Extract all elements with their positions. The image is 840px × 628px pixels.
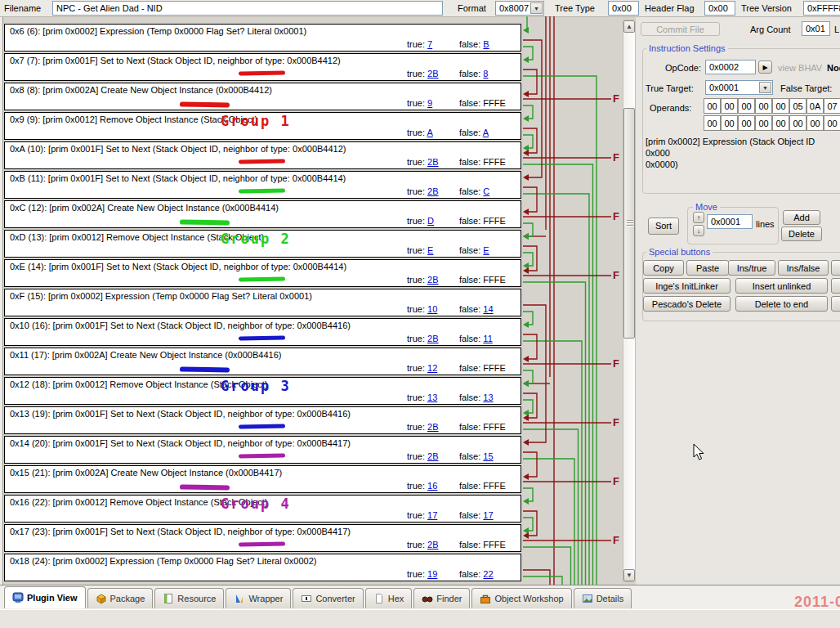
operand-byte-cell[interactable]: 00 bbox=[755, 98, 772, 114]
move-up-button[interactable]: ↑ bbox=[693, 212, 704, 223]
instruction-row[interactable]: 0xB (11): [prim 0x001F] Set to Next (Sta… bbox=[4, 171, 521, 199]
operand-byte-cell[interactable]: 00 bbox=[755, 115, 772, 131]
tab-converter[interactable]: Converter bbox=[293, 588, 363, 608]
target-link[interactable]: 11 bbox=[483, 334, 492, 343]
tab-object-workshop[interactable]: Object Workshop bbox=[471, 588, 571, 608]
special-button-copy[interactable]: Copy bbox=[643, 260, 684, 276]
operand-byte-cell[interactable]: 00 bbox=[721, 115, 738, 131]
instruction-row[interactable]: 0xD (13): [prim 0x0012] Remove Object In… bbox=[4, 230, 521, 258]
add-button[interactable]: Add bbox=[783, 210, 820, 225]
tree-type-input[interactable]: 0x00 bbox=[608, 1, 639, 16]
move-lines-input[interactable]: 0x0001 bbox=[707, 214, 753, 229]
operand-byte-cell[interactable]: 00 bbox=[789, 115, 806, 131]
delete-button[interactable]: Delete bbox=[781, 227, 822, 241]
operand-byte-cell[interactable]: 00 bbox=[772, 115, 789, 131]
tab-plugin-view[interactable]: Plugin View bbox=[4, 586, 86, 608]
operand-byte-cell[interactable]: 00 bbox=[738, 115, 755, 131]
target-link[interactable]: 16 bbox=[427, 481, 437, 491]
target-link[interactable]: 13 bbox=[483, 392, 493, 402]
special-button-ins-false[interactable]: Ins/false bbox=[778, 260, 829, 276]
target-link[interactable]: 7 bbox=[427, 39, 432, 49]
target-link[interactable]: 2B bbox=[427, 186, 438, 196]
target-link[interactable]: 2B bbox=[427, 275, 438, 285]
target-link[interactable]: 2B bbox=[427, 451, 438, 461]
instruction-row[interactable]: 0xC (12): [prim 0x002A] Create New Objec… bbox=[4, 200, 521, 228]
target-link[interactable]: 12 bbox=[427, 363, 437, 373]
tab-hex[interactable]: Hex bbox=[365, 588, 413, 608]
scroll-down-button[interactable]: ▼ bbox=[623, 569, 635, 581]
instruction-list-scrollbar[interactable]: ▲ ▼ bbox=[623, 20, 636, 582]
sort-button[interactable]: Sort bbox=[648, 218, 679, 235]
view-bhav-link[interactable]: view BHAV bbox=[778, 63, 822, 73]
instruction-row[interactable]: 0x7 (7): [prim 0x001F] Set to Next (Stac… bbox=[4, 53, 521, 81]
target-link[interactable]: A bbox=[483, 128, 489, 137]
commit-file-button[interactable]: Commit File bbox=[641, 22, 720, 36]
instruction-row[interactable]: 0x12 (18): [prim 0x0012] Remove Object I… bbox=[4, 377, 521, 405]
special-button-delete-to-end[interactable]: Delete to end bbox=[735, 296, 828, 312]
target-link[interactable]: 2B bbox=[427, 157, 438, 167]
left-splitter[interactable] bbox=[0, 17, 3, 585]
tab-resource[interactable]: Resource bbox=[154, 588, 224, 608]
move-down-button[interactable]: ↓ bbox=[693, 225, 704, 236]
tab-wrapper[interactable]: Wrapper bbox=[226, 588, 291, 608]
operand-byte-cell[interactable]: 05 bbox=[789, 98, 806, 114]
tab-details[interactable]: Details bbox=[574, 588, 632, 608]
chevron-down-icon[interactable]: ▼ bbox=[759, 82, 771, 93]
instruction-row[interactable]: 0x16 (22): [prim 0x0012] Remove Object I… bbox=[4, 495, 521, 523]
target-link[interactable]: 17 bbox=[427, 510, 437, 520]
opcode-input[interactable]: 0x0002 bbox=[705, 60, 756, 74]
target-link[interactable]: 10 bbox=[427, 304, 437, 314]
instruction-row[interactable]: 0xA (10): [prim 0x001F] Set to Next (Sta… bbox=[4, 141, 521, 169]
operand-byte-cell[interactable]: 00 bbox=[806, 115, 824, 131]
target-link[interactable]: 2B bbox=[427, 334, 438, 343]
target-link[interactable]: 15 bbox=[483, 451, 493, 461]
target-link[interactable]: D bbox=[427, 216, 434, 226]
special-button-insert-unlinked[interactable]: Insert unlinked bbox=[735, 278, 828, 294]
tab-package[interactable]: Package bbox=[87, 588, 154, 608]
special-button-paste[interactable]: Paste bbox=[686, 260, 729, 276]
instruction-row[interactable]: 0x13 (19): [prim 0x001F] Set to Next (St… bbox=[4, 406, 521, 434]
filename-input[interactable]: NPC - Get Alien Dad - NID bbox=[52, 1, 443, 16]
instruction-row[interactable]: 0x17 (23): [prim 0x001F] Set to Next (St… bbox=[4, 524, 521, 552]
opcode-browse-button[interactable]: ▶ bbox=[758, 61, 772, 74]
instruction-row[interactable]: 0x15 (21): [prim 0x002A] Create New Obje… bbox=[4, 465, 521, 493]
scrollbar-thumb[interactable] bbox=[623, 108, 635, 339]
target-link[interactable]: E bbox=[483, 245, 489, 255]
target-link[interactable]: C bbox=[483, 186, 489, 196]
target-link[interactable]: 19 bbox=[427, 569, 437, 579]
target-link[interactable]: 2B bbox=[427, 540, 438, 550]
tab-finder[interactable]: Finder bbox=[413, 588, 470, 608]
special-button-clipped[interactable] bbox=[831, 296, 840, 312]
operand-byte-cell[interactable]: 07 bbox=[824, 98, 840, 114]
instruction-row[interactable]: 0xE (14): [prim 0x001F] Set to Next (Sta… bbox=[4, 259, 521, 287]
target-link[interactable]: 2B bbox=[427, 69, 438, 78]
target-link[interactable]: 17 bbox=[483, 510, 493, 520]
instruction-row[interactable]: 0x6 (6): [prim 0x0002] Expression (Temp … bbox=[4, 24, 521, 52]
scroll-up-button[interactable]: ▲ bbox=[623, 20, 635, 33]
operand-byte-cell[interactable]: 00 bbox=[721, 98, 738, 114]
operand-byte-cell[interactable]: 00 bbox=[772, 98, 789, 114]
target-link[interactable]: B bbox=[483, 39, 489, 49]
instruction-row[interactable]: 0x10 (16): [prim 0x001F] Set to Next (St… bbox=[4, 318, 521, 346]
special-button-pescado-s-delete[interactable]: Pescado's Delete bbox=[643, 296, 731, 312]
header-flag-input[interactable]: 0x00 bbox=[704, 1, 735, 16]
special-button-inge-s-initlinker[interactable]: Inge's InitLinker bbox=[643, 278, 731, 294]
target-link[interactable]: 13 bbox=[427, 392, 437, 402]
operand-byte-cell[interactable]: 00 bbox=[704, 98, 721, 114]
operand-byte-cell[interactable]: 00 bbox=[704, 115, 721, 131]
instruction-row[interactable]: 0x18 (24): [prim 0x0002] Expression (Tem… bbox=[4, 554, 521, 581]
target-link[interactable]: 9 bbox=[427, 98, 432, 108]
operand-byte-cell[interactable]: 00 bbox=[738, 98, 755, 114]
chevron-down-icon[interactable]: ▼ bbox=[530, 2, 543, 14]
instruction-row[interactable]: 0x14 (20): [prim 0x001F] Set to Next (St… bbox=[4, 436, 521, 464]
instruction-row[interactable]: 0x9 (9): [prim 0x0012] Remove Object Ins… bbox=[4, 112, 521, 140]
special-button-clipped[interactable] bbox=[831, 260, 840, 276]
special-button-ins-true[interactable]: Ins/true bbox=[728, 260, 775, 276]
instruction-row[interactable]: 0x8 (8): [prim 0x002A] Create New Object… bbox=[4, 83, 521, 110]
true-target-combobox[interactable]: 0x0001 ▼ bbox=[705, 80, 773, 95]
target-link[interactable]: A bbox=[427, 128, 432, 137]
operand-byte-cell[interactable]: 0A bbox=[806, 98, 824, 114]
operand-byte-cell[interactable]: 00 bbox=[824, 115, 840, 131]
target-link[interactable]: 8 bbox=[483, 69, 488, 78]
instruction-row[interactable]: 0xF (15): [prim 0x0002] Expression (Temp… bbox=[4, 289, 521, 316]
